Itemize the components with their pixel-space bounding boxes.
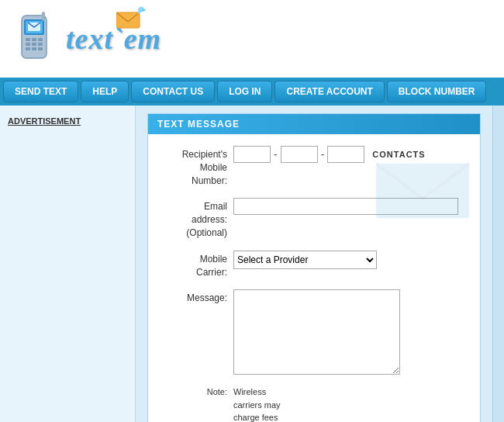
recipient-controls: - - CONTACTS	[233, 146, 472, 163]
svg-rect-10	[32, 47, 36, 50]
email-controls	[233, 198, 472, 215]
svg-rect-4	[32, 38, 36, 41]
message-textarea[interactable]	[233, 289, 400, 375]
message-label: Message:	[156, 289, 233, 305]
note-row: Note: Wirelesscarriers maycharge feesfor…	[156, 386, 472, 422]
svg-rect-3	[26, 38, 30, 41]
email-label: Emailaddress:(Optional)	[156, 198, 233, 239]
phone-sep-2: -	[321, 148, 325, 161]
svg-rect-9	[26, 47, 30, 50]
nav-btn-contact-us[interactable]: CONTACT US	[131, 81, 215, 102]
panel-header: TEXT MESSAGE	[148, 114, 480, 134]
carrier-controls: Select a ProviderAT&TVerizonT-MobileSpri…	[233, 251, 472, 269]
nav-btn-log-in[interactable]: LOG IN	[217, 81, 272, 102]
advertisement-label: ADVERTISEMENT	[8, 116, 81, 126]
message-controls	[233, 289, 472, 375]
sidebar: ADVERTISEMENT	[0, 106, 136, 422]
phone-area-input[interactable]	[233, 146, 271, 163]
envelope-decoration-icon	[116, 6, 147, 33]
carrier-select[interactable]: Select a ProviderAT&TVerizonT-MobileSpri…	[233, 251, 377, 269]
note-content: Wirelesscarriers maycharge feesfor recei…	[233, 386, 472, 422]
svg-rect-7	[32, 43, 36, 46]
phone-line-input[interactable]	[327, 146, 364, 163]
email-input[interactable]	[233, 198, 458, 215]
nav-btn-create-account[interactable]: CREATE ACCOUNT	[274, 81, 384, 102]
contacts-link[interactable]: CONTACTS	[372, 150, 425, 159]
phone-icon	[16, 12, 58, 66]
svg-rect-12	[42, 12, 45, 21]
navbar: SEND TEXTHELPCONTACT USLOG INCREATE ACCO…	[0, 78, 504, 106]
recipient-label: Recipient'sMobileNumber:	[156, 146, 233, 187]
svg-rect-8	[38, 43, 43, 46]
nav-btn-block-number[interactable]: BLOCK NUMBER	[387, 81, 487, 102]
recipient-row: Recipient'sMobileNumber: - - CONTACTS	[156, 146, 472, 187]
nav-btn-help[interactable]: HELP	[81, 81, 129, 102]
svg-rect-11	[38, 47, 43, 50]
logo-area: text`em	[16, 12, 161, 66]
phone-sep-1: -	[274, 148, 278, 161]
carrier-label: MobileCarrier:	[156, 251, 233, 279]
nav-btn-send-text[interactable]: SEND TEXT	[3, 81, 78, 102]
svg-rect-6	[26, 43, 30, 46]
main-layout: ADVERTISEMENT TEXT MESSAGE Recipient'sMo…	[0, 106, 504, 422]
right-strip	[492, 106, 504, 422]
content: TEXT MESSAGE Recipient'sMobileNumber: - …	[136, 106, 492, 422]
carrier-row: MobileCarrier: Select a ProviderAT&TVeri…	[156, 251, 472, 279]
email-row: Emailaddress:(Optional)	[156, 198, 472, 239]
text-message-panel: TEXT MESSAGE Recipient'sMobileNumber: - …	[147, 113, 481, 422]
header: text`em	[0, 0, 504, 78]
message-row: Message:	[156, 289, 472, 375]
svg-rect-5	[38, 38, 43, 41]
note-label: Note:	[156, 386, 233, 399]
note-text: Wirelesscarriers maycharge feesfor recei…	[233, 386, 281, 422]
panel-body: Recipient'sMobileNumber: - - CONTACTS Em…	[148, 134, 480, 422]
phone-prefix-input[interactable]	[281, 146, 318, 163]
